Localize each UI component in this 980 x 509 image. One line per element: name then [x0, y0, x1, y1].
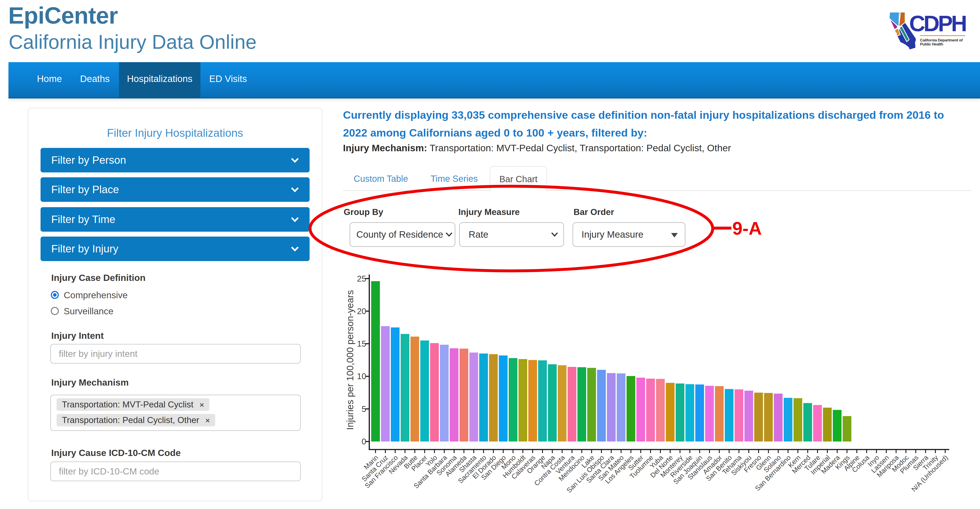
svg-text:10: 10: [357, 372, 366, 381]
svg-text:California Department of: California Department of: [920, 38, 963, 42]
svg-text:5: 5: [361, 404, 366, 414]
svg-text:15: 15: [357, 339, 366, 348]
svg-text:20: 20: [357, 307, 366, 316]
svg-text:Injuries per 100,000 person-ye: Injuries per 100,000 person-years: [345, 290, 355, 430]
svg-text:25: 25: [357, 274, 366, 283]
svg-text:CDPH: CDPH: [909, 13, 966, 36]
svg-text:0: 0: [361, 437, 366, 446]
svg-text:Public Health: Public Health: [920, 42, 943, 46]
